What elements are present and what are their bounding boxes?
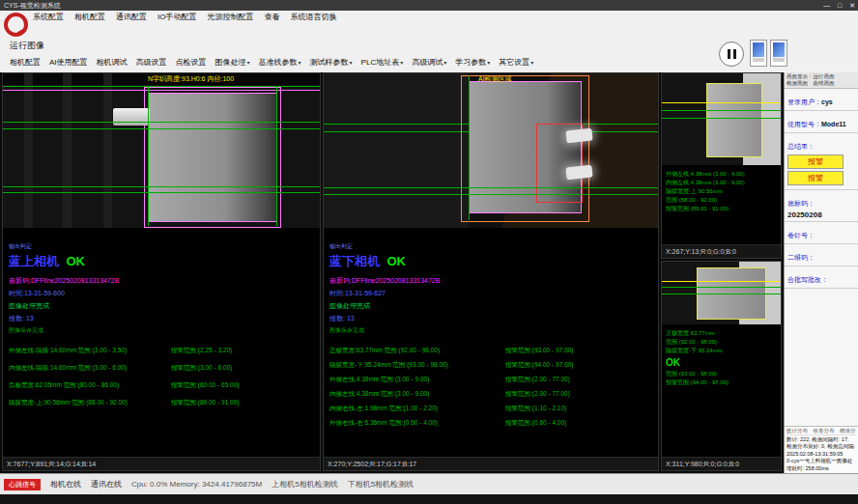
- camera-view-lower[interactable]: AI检测区域 输出判定 蓝下相机 OK 最新码:DFFline202502081…: [323, 72, 659, 471]
- image-view-button-1[interactable]: [750, 40, 767, 67]
- measurement-row: 内侧左线-隔膜:14.60mm 范围:(3.00 - 6.00)报警范围:(3.…: [9, 361, 318, 372]
- camera-image-upper[interactable]: N字织高度:93.H0:6 内径:100: [3, 73, 320, 228]
- guide-line: [3, 128, 320, 129]
- result-alarm-box: 报警: [787, 171, 844, 185]
- time-text: 时间:13-31-59-600: [9, 289, 318, 298]
- menu-item-light-control-config[interactable]: 光源控制配置: [207, 11, 253, 23]
- chevron-down-icon: ▾: [247, 60, 250, 66]
- tab-run-image[interactable]: 运行图像: [10, 40, 44, 52]
- measurement-row: 隔膜宽度-上:90.56mm 范围:(88.00 - 92.00)报警范围:(8…: [9, 396, 318, 406]
- toolbar-item-advanced-settings[interactable]: 高级设置: [136, 57, 167, 68]
- cpu-memory-readout: Cpu: 0.0% Memory: 3424.41796875M: [131, 480, 262, 489]
- display-mode-strip[interactable]: 画面显示：运行画面 检测画面 曲线画面: [785, 72, 858, 89]
- comm-online-status: 通讯在线: [91, 479, 122, 490]
- menu-item-camera-config[interactable]: 相机配置: [74, 11, 105, 23]
- toolbar-item-ai-use-config[interactable]: AI使用配置: [49, 57, 88, 68]
- title-bar: CYS-视觉检测系统 — □ ✕: [0, 0, 858, 11]
- toolbar-item-advanced-debug[interactable]: 高级调试▾: [412, 57, 446, 68]
- menu-item-system-config[interactable]: 系统配置: [33, 11, 64, 23]
- menu-bar: 系统配置 相机配置 通讯配置 IO手动配置 光源控制配置 查看 系统语言切换: [33, 11, 336, 23]
- guide-line: [324, 194, 658, 195]
- guide-line: [3, 186, 320, 187]
- toolbar-item-baseline-params[interactable]: 基准线参数▾: [259, 57, 301, 68]
- heartbeat-indicator: 心跳信号: [4, 479, 41, 490]
- process-status: 图像处理完成: [9, 301, 318, 311]
- guide-line: [662, 281, 781, 282]
- camera-image-side-bottom[interactable]: [662, 262, 781, 324]
- measurement-row: 正极宽度:63.77mm 范围:(92.00 - 98.00)报警范围:(93.…: [329, 344, 656, 354]
- guide-line: [3, 122, 320, 123]
- camera-image-lower[interactable]: AI检测区域: [324, 73, 658, 228]
- toolbar-item-plc-address-table[interactable]: PLC地址表▾: [361, 57, 404, 68]
- pause-button[interactable]: [719, 42, 744, 67]
- menu-item-language-switch[interactable]: 系统语言切换: [290, 11, 336, 23]
- camera-online-status: 相机在线: [50, 479, 81, 490]
- menu-item-view[interactable]: 查看: [264, 11, 279, 23]
- measurement-row: 内侧左线:4.38mm 范围:(3.00 - 9.00)报警范围:(2.00 -…: [329, 387, 656, 398]
- pixel-coords-readout: X:311;Y:980;R:0;G:0;B:0: [662, 457, 781, 470]
- menu-item-comm-config[interactable]: 通讯配置: [116, 11, 147, 23]
- camera-view-upper[interactable]: N字织高度:93.H0:6 内径:100 输出判定 蓝上相机 OK 最新码:DF…: [2, 72, 321, 471]
- result-ok-badge: OK: [386, 254, 406, 268]
- toolbar-item-camera-debug[interactable]: 相机调试: [97, 57, 128, 68]
- measurement-row: 隔膜宽度-下:95.24mm 范围:(93.00 - 98.00)报警范围:(9…: [329, 358, 656, 369]
- camera-view-side-top[interactable]: 外侧左线:4.38mm (3.00 - 9.00) 内侧左线:4.38mm (3…: [661, 72, 782, 259]
- camera-name: 蓝上相机: [9, 254, 59, 268]
- guide-line: [148, 87, 149, 226]
- field-needle-no: 卷针号：: [785, 222, 858, 244]
- stats-header[interactable]: 统计分布 收卷分布 槽体分布: [786, 428, 856, 435]
- measurement-row: 内侧右线-左:1.98mm 范围:(1.00 - 2.20)报警范围:(1.10…: [329, 402, 656, 412]
- judge-label: 输出判定: [329, 242, 656, 251]
- background-texture: [324, 73, 469, 228]
- lower-camera-line-label: 下相机5相机检测线: [348, 479, 414, 490]
- measurement-row: 负极宽度:62.05mm 范围:(80.00 - 86.00)报警范围:(60.…: [9, 378, 318, 389]
- field-base-code: 底标码： 20250208: [785, 190, 858, 222]
- result-alarm-box: 报警: [787, 154, 844, 169]
- background-texture: [103, 73, 112, 228]
- field-model: 使用型号：Mode11: [785, 111, 858, 133]
- stats-block: 统计分布 收卷分布 槽体分布 数计: 222, 检测间隔时: 17, 检测分布良…: [785, 426, 858, 474]
- field-qr-code: 二维码：: [785, 244, 858, 266]
- camera-image-side-top[interactable]: [662, 73, 781, 165]
- window-title: CYS-视觉检测系统: [4, 0, 61, 11]
- part-image: [706, 83, 762, 157]
- close-icon[interactable]: ✕: [849, 0, 855, 11]
- toolbar-item-camera-config[interactable]: 相机配置: [10, 57, 41, 68]
- chevron-down-icon: ▾: [443, 60, 446, 66]
- count-text: 报数: 13: [329, 314, 656, 323]
- measurement-row: 外侧左线:4.38mm 范围:(3.00 - 9.00)报警范围:(2.00 -…: [329, 373, 656, 383]
- header-band: 系统配置 相机配置 通讯配置 IO手动配置 光源控制配置 查看 系统语言切换 运…: [0, 11, 858, 73]
- result-panel-lower: 输出判定 蓝下相机 OK 最新码:DFFline2025020813313472…: [329, 242, 656, 431]
- menu-item-io-manual-config[interactable]: IO手动配置: [157, 11, 196, 23]
- maximize-icon[interactable]: □: [838, 0, 842, 11]
- status-bar: 心跳信号 相机在线 通讯在线 Cpu: 0.0% Memory: 3424.41…: [0, 473, 858, 494]
- chevron-down-icon: ▾: [350, 60, 353, 66]
- guide-line: [662, 118, 781, 119]
- result-ok-badge: OK: [66, 254, 85, 268]
- guide-line: [662, 287, 781, 288]
- guide-line: [276, 87, 277, 226]
- toolbar-item-learning-params[interactable]: 学习参数▾: [455, 57, 490, 68]
- toolbar-item-spot-check[interactable]: 点检设置: [176, 57, 207, 68]
- info-panel: 画面显示：运行画面 检测画面 曲线画面 登录用户：cys 使用型号：Mode11…: [784, 72, 858, 473]
- barcode-text: 最新码:DFFline2025020813313472B: [329, 276, 656, 286]
- image-view-button-2[interactable]: [770, 40, 787, 67]
- field-login-user: 登录用户：cys: [785, 89, 858, 111]
- pixel-coords-readout: X:7677;Y:891;R:14;G:14;B:14: [3, 457, 320, 470]
- main-area: N字织高度:93.H0:6 内径:100 输出判定 蓝上相机 OK 最新码:DF…: [0, 72, 858, 473]
- background-texture: [24, 73, 33, 228]
- sub-status: 图像保存完成: [329, 326, 656, 335]
- upper-camera-line-label: 上相机5相机检测线: [272, 479, 337, 490]
- chevron-down-icon: ▾: [299, 60, 301, 66]
- app-logo: [4, 13, 28, 37]
- toolbar-item-test-sample-params[interactable]: 测试样参数▾: [310, 57, 353, 68]
- camera-view-side-bottom[interactable]: 正极宽度:63.77mm 范围:(92.00 - 98.00) 隔膜宽度-下:9…: [661, 261, 782, 471]
- field-batch-edit: 合批写批改：: [785, 266, 858, 289]
- chevron-down-icon: ▾: [400, 60, 403, 66]
- toolbar-item-other-settings[interactable]: 其它设置▾: [499, 57, 533, 68]
- pause-icon: [733, 49, 736, 59]
- connector-image: [113, 108, 150, 126]
- toolbar-item-image-processing[interactable]: 图像处理▾: [215, 57, 250, 68]
- guide-line: [662, 102, 781, 103]
- minimize-icon[interactable]: —: [823, 0, 830, 11]
